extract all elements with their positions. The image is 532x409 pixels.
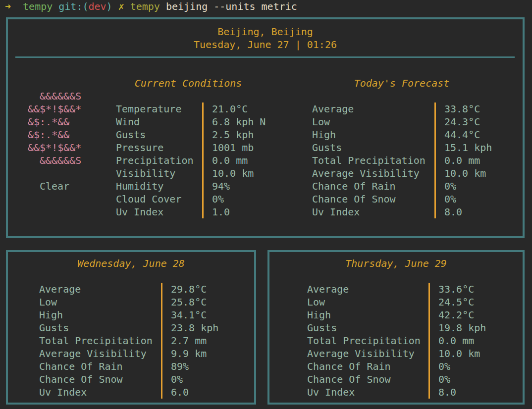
row-label: Precipitation [116,154,194,167]
row-label: Low [307,296,325,308]
thursday-title: Thursday, June 29 [269,257,523,270]
row-label: Gusts [312,141,342,154]
row-label: Average Visibility [39,347,147,360]
row-value: 44.4°C [444,128,480,141]
row-label: Chance Of Snow [307,373,391,386]
thursday-forecast-panel: Thursday, June 29 Average33.6°C Low24.5°… [267,250,525,405]
row-label: Temperature [116,102,181,115]
row-label: Wind [116,115,140,128]
table-row: Precipitation0.0 mm [116,154,284,167]
command-name: tempy [130,0,160,12]
row-value: 89% [171,360,189,373]
row-label: Chance Of Rain [307,360,391,373]
location-title: Beijing, Beijing [8,25,523,38]
row-value: 34.1°C [171,308,207,321]
row-value: 24.5°C [438,296,474,308]
table-row: High34.1°C [39,308,252,321]
table-row: Average Visibility10.0 km [307,347,520,360]
row-value: 0.0 mm [444,154,480,167]
row-value: 0.0 mm [212,154,248,167]
row-label: Average [39,283,81,296]
table-row: Uv Index6.0 [39,386,252,399]
table-row: Chance Of Rain0% [312,180,523,193]
table-row: Chance Of Snow0% [312,193,523,205]
terminal-screen[interactable]: ➜tempygit:(dev)✗tempybeijing --units met… [0,0,532,409]
condition-label: Clear [40,180,69,193]
weather-ascii-art-icon: &&&&&&S &&$*!$&&* &$:.*&& &$:.*&& &&$*!$… [28,90,81,167]
row-value: 10.0 km [438,347,480,360]
row-value: 0% [212,193,224,205]
git-prefix: git:( [58,0,88,12]
row-label: Cloud Cover [116,193,181,205]
row-value: 9.9 km [171,347,207,360]
git-dirty-icon: ✗ [118,0,124,12]
table-row: Wind6.8 kph N [116,115,284,128]
row-label: Total Precipitation [307,334,421,347]
row-label: Visibility [116,167,175,180]
current-conditions-table: Temperature21.0°C Wind6.8 kph N Gusts2.5… [116,102,284,218]
row-value: 6.0 [171,386,189,399]
row-label: Humidity [116,180,163,193]
row-label: Low [312,115,330,128]
table-row: Average Visibility9.9 km [39,347,252,360]
current-conditions-title: Current Conditions [74,77,302,90]
table-row: Average29.8°C [39,283,252,296]
terminal-prompt-line: ➜tempygit:(dev)✗tempybeijing --units met… [5,0,297,13]
table-row: Low24.3°C [312,115,523,128]
git-branch: dev [88,0,106,12]
table-row: Chance Of Rain0% [307,360,520,373]
wednesday-title: Wednesday, June 28 [8,257,254,270]
table-row: Uv Index8.0 [307,386,520,399]
table-row: Pressure1001 mb [116,141,284,154]
row-label: Chance Of Snow [312,193,396,205]
row-value: 2.7 mm [171,334,207,347]
table-row: Low24.5°C [307,296,520,308]
row-label: Gusts [116,128,146,141]
header-divider [15,56,515,58]
table-row: Gusts23.8 kph [39,321,252,334]
table-row: Uv Index8.0 [312,205,523,218]
table-row: Total Precipitation0.0 mm [307,334,520,347]
row-label: Average Visibility [312,167,420,180]
table-row: High44.4°C [312,128,523,141]
row-label: Chance Of Snow [39,373,123,386]
row-label: Chance Of Rain [39,360,123,373]
wednesday-forecast-table: Average29.8°C Low25.8°C High34.1°C Gusts… [39,283,252,399]
row-value: 42.2°C [438,308,474,321]
table-row: Chance Of Snow0% [39,373,252,386]
table-row: Low25.8°C [39,296,252,308]
row-label: Total Precipitation [312,154,426,167]
current-weather-panel: Beijing, Beijing Tuesday, June 27 | 01:2… [6,17,525,238]
row-label: High [307,308,331,321]
row-label: Uv Index [116,205,163,218]
row-value: 0% [444,180,456,193]
row-value: 94% [212,180,230,193]
row-value: 10.0 km [444,167,486,180]
row-label: Uv Index [307,386,355,399]
table-row: Total Precipitation0.0 mm [312,154,523,167]
row-value: 19.8 kph [438,321,486,334]
row-label: Average [307,283,349,296]
row-label: Gusts [307,321,337,334]
table-row: Uv Index1.0 [116,205,284,218]
thursday-forecast-table: Average33.6°C Low24.5°C High42.2°C Gusts… [307,283,520,399]
row-value: 1.0 [212,205,230,218]
row-value: 25.8°C [171,296,207,308]
row-label: Pressure [116,141,163,154]
prompt-directory: tempy [23,0,53,12]
wednesday-forecast-panel: Wednesday, June 28 Average29.8°C Low25.8… [6,250,256,405]
row-label: Average Visibility [307,347,415,360]
table-row: Average33.8°C [312,102,523,115]
row-value: 0% [171,373,183,386]
row-label: Total Precipitation [39,334,153,347]
row-value: 24.3°C [444,115,480,128]
row-value: 2.5 kph [212,128,254,141]
row-value: 0% [444,193,456,205]
row-value: 0% [438,373,450,386]
table-row: Chance Of Rain89% [39,360,252,373]
row-label: High [312,128,336,141]
row-label: Gusts [39,321,69,334]
row-value: 23.8 kph [171,321,218,334]
row-value: 6.8 kph N [212,115,266,128]
table-row: Average Visibility10.0 km [312,167,523,180]
